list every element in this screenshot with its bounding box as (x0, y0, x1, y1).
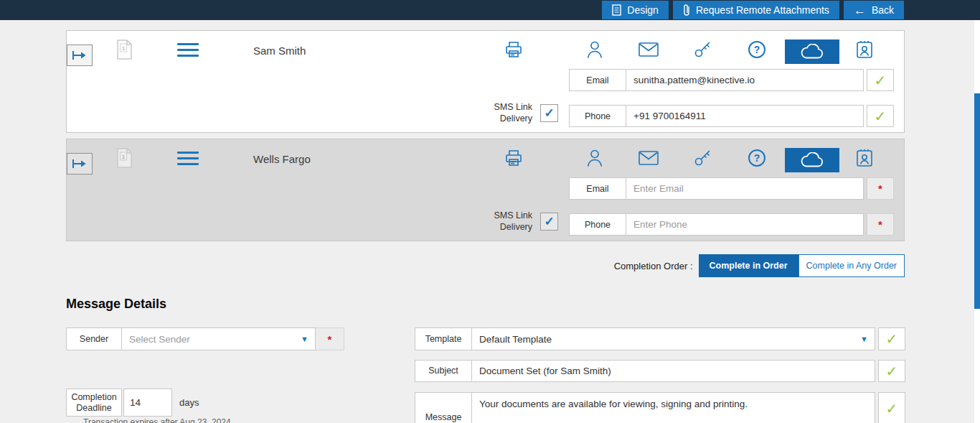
complete-in-order-button[interactable]: Complete in Order (699, 254, 798, 277)
message-valid-slot: ✓ (878, 392, 905, 423)
chevron-down-icon: ▼ (860, 335, 868, 343)
required-asterisk-icon: * (878, 183, 882, 194)
recipient-name: Sam Smith (253, 45, 306, 57)
expiry-note: Transaction expires after Aug 23, 2024 (83, 417, 231, 423)
template-row: Template Default Template ▼ ✓ (415, 327, 905, 350)
esign-send-page: Design Request Remote Attachments ← Back… (0, 0, 980, 423)
phone-valid-slot: ✓ (867, 105, 894, 127)
sms-link-delivery-label: SMS Link Delivery (478, 210, 532, 233)
email-label: Email (569, 69, 626, 91)
email-field-row: Email ✓ (569, 69, 894, 91)
question-mark-icon: ? (748, 41, 765, 58)
completion-order-label: Completion Order : (614, 261, 693, 271)
back-button[interactable]: ← Back (844, 1, 904, 19)
top-bar: Design Request Remote Attachments ← Back (0, 0, 980, 20)
subject-label: Subject (415, 360, 472, 382)
valid-check-icon: ✓ (875, 73, 887, 88)
phone-input[interactable] (626, 213, 864, 236)
phone-field-row: Phone * (569, 213, 894, 236)
svg-text:1: 1 (122, 154, 126, 160)
remote-delivery-icon[interactable] (785, 39, 839, 64)
send-arrow-button[interactable] (67, 45, 93, 66)
remote-delivery-icon[interactable] (785, 148, 839, 172)
send-arrow-icon (72, 50, 88, 60)
print-icon[interactable] (504, 40, 523, 59)
template-select[interactable]: Default Template ▼ (472, 327, 875, 350)
deadline-unit-label: days (179, 397, 199, 408)
question-mark-icon: ? (748, 149, 765, 167)
paperclip-icon (683, 4, 690, 17)
valid-check-icon: ✓ (886, 332, 898, 346)
sms-link-delivery-label: SMS Link Delivery (478, 101, 532, 124)
document-page-icon: 1 (116, 39, 133, 60)
template-label: Template (415, 327, 472, 350)
completion-deadline-row: Completion Deadline days (66, 389, 199, 417)
drag-handle-icon[interactable] (177, 43, 199, 60)
required-asterisk-icon: * (328, 334, 332, 345)
document-page-icon: 1 (116, 148, 133, 168)
sender-label: Sender (66, 327, 122, 350)
back-button-label: Back (872, 4, 894, 16)
template-valid-slot: ✓ (878, 327, 905, 350)
sms-link-delivery-checkbox[interactable]: ✓ (540, 213, 558, 231)
checkbox-check-icon: ✓ (544, 107, 554, 119)
required-asterisk-icon: * (878, 219, 882, 230)
contact-book-icon[interactable] (856, 40, 873, 59)
email-input[interactable] (626, 177, 864, 200)
valid-check-icon: ✓ (886, 364, 898, 378)
phone-input[interactable] (626, 105, 864, 127)
print-icon[interactable] (504, 149, 523, 167)
phone-label: Phone (569, 213, 626, 236)
message-textarea[interactable]: Your documents are available for viewing… (472, 392, 875, 423)
svg-text:1: 1 (122, 45, 126, 52)
in-person-signer-icon[interactable] (586, 149, 603, 167)
checkbox-check-icon: ✓ (544, 215, 554, 228)
phone-field-row: Phone ✓ (569, 105, 894, 127)
sender-row: Sender Select Sender ▼ * (66, 327, 344, 350)
request-remote-attachments-button[interactable]: Request Remote Attachments (673, 1, 839, 19)
valid-check-icon: ✓ (875, 109, 887, 124)
subject-input[interactable] (472, 360, 875, 382)
subject-valid-slot: ✓ (878, 360, 905, 382)
valid-check-icon: ✓ (886, 401, 898, 416)
email-required-slot: * (867, 177, 894, 200)
challenge-question-icon[interactable]: ? (748, 41, 765, 58)
message-label: Message (415, 392, 472, 423)
in-person-signer-icon[interactable] (586, 40, 603, 59)
phone-label: Phone (569, 105, 626, 127)
sender-select[interactable]: Select Sender ▼ (122, 327, 316, 350)
challenge-question-icon[interactable]: ? (748, 149, 765, 167)
design-icon (612, 4, 621, 16)
chevron-down-icon: ▼ (301, 335, 308, 343)
back-arrow-icon: ← (854, 4, 866, 17)
subject-row: Subject ✓ (415, 360, 905, 382)
design-button[interactable]: Design (602, 1, 669, 19)
authentication-key-icon[interactable] (693, 40, 712, 59)
send-arrow-icon (72, 159, 88, 169)
email-delivery-icon[interactable] (639, 42, 659, 57)
scrollbar-thumb[interactable] (974, 93, 980, 309)
phone-required-slot: * (867, 213, 894, 236)
contact-book-icon[interactable] (856, 149, 873, 167)
completion-deadline-input[interactable] (123, 389, 172, 417)
recipient-row: 1 Sam Smith ? Email ✓ (66, 30, 905, 133)
sender-required-slot: * (316, 327, 344, 350)
complete-in-any-order-button[interactable]: Complete in Any Order (798, 254, 905, 277)
message-details-title: Message Details (66, 297, 166, 312)
completion-order-bar: Completion Order : Complete in Order Com… (66, 254, 905, 277)
sender-select-value: Select Sender (129, 334, 190, 345)
message-row: Message Your documents are available for… (415, 392, 905, 423)
authentication-key-icon[interactable] (693, 149, 712, 167)
completion-deadline-label: Completion Deadline (66, 389, 122, 417)
design-button-label: Design (627, 4, 659, 16)
email-input[interactable] (626, 69, 864, 91)
email-delivery-icon[interactable] (639, 151, 659, 165)
recipient-row: 1 Wells Fargo ? Email (66, 139, 905, 241)
send-arrow-button[interactable] (67, 153, 93, 175)
sms-link-delivery-checkbox[interactable]: ✓ (540, 104, 558, 122)
email-field-row: Email * (569, 177, 894, 200)
email-label: Email (569, 177, 626, 200)
drag-handle-icon[interactable] (177, 152, 199, 169)
template-select-value: Default Template (479, 334, 552, 345)
email-valid-slot: ✓ (867, 69, 894, 91)
